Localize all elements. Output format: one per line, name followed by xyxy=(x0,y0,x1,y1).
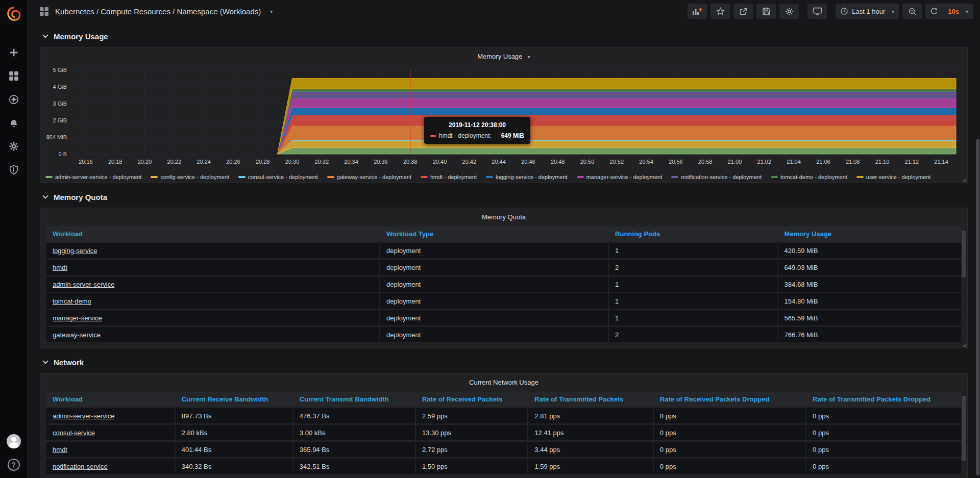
value-cell: 3.44 pps xyxy=(528,442,654,457)
tooltip-value: 649 MiB xyxy=(501,132,524,139)
value-cell: 476.37 Bs xyxy=(293,408,416,423)
network-table: WorkloadCurrent Receive BandwidthCurrent… xyxy=(46,392,961,474)
settings-gear-button[interactable] xyxy=(779,4,799,19)
legend-item[interactable]: gateway-service - deployment xyxy=(327,174,411,180)
column-header[interactable]: Workload xyxy=(46,392,176,407)
legend-series-dash xyxy=(238,176,246,178)
svg-text:20:56: 20:56 xyxy=(669,159,683,165)
legend-series-dash xyxy=(151,176,158,178)
workload-link[interactable]: tomcat-demo xyxy=(53,297,91,305)
sidebar-menu xyxy=(5,46,23,176)
legend-item[interactable]: tomcat-demo - deployment xyxy=(771,174,847,180)
legend-series-label: logging-service - deployment xyxy=(496,174,568,180)
table-scrollbar[interactable] xyxy=(962,396,966,461)
explore-compass-icon[interactable] xyxy=(5,93,23,106)
configuration-gear-icon[interactable] xyxy=(5,140,23,153)
column-header[interactable]: Current Transmit Bandwidth xyxy=(293,392,416,407)
title-caret-icon[interactable]: ▾ xyxy=(270,9,273,14)
section-row-network[interactable]: Network xyxy=(43,356,968,369)
column-header[interactable]: Running Pods xyxy=(609,227,778,241)
section-label: Memory Usage xyxy=(54,32,108,41)
svg-text:20:16: 20:16 xyxy=(79,159,93,165)
column-header[interactable]: Rate of Transmitted Packets Dropped xyxy=(806,392,961,407)
value-cell: 154.80 MiB xyxy=(778,293,961,309)
favorite-star-button[interactable] xyxy=(710,4,730,19)
tooltip-series-label: hmdt - deployment: xyxy=(439,132,492,139)
workload-link[interactable]: manager-service xyxy=(53,314,102,322)
value-cell: deployment xyxy=(380,260,609,275)
page-scrollbar[interactable] xyxy=(976,139,979,475)
time-range-label: Last 1 hour xyxy=(852,8,885,15)
table-row: consul-service2.80 kBs3.00 kBs13.30 pps1… xyxy=(46,425,961,440)
value-cell: 401.44 Bs xyxy=(176,442,293,457)
memory-usage-chart[interactable]: 0 B954 MiB2 GiB3 GiB4 GiB5 GiB20:1620:18… xyxy=(40,47,967,184)
section-row-memory-usage[interactable]: Memory Usage xyxy=(43,30,968,43)
workload-link[interactable]: admin-server-service xyxy=(53,412,114,420)
legend-item[interactable]: config-service - deployment xyxy=(151,174,229,180)
legend-series-dash xyxy=(421,176,428,178)
navbar: Kubernetes / Compute Resources / Namespa… xyxy=(27,0,980,22)
cycle-view-mode-button[interactable] xyxy=(807,4,827,19)
legend-series-dash xyxy=(486,176,493,178)
chevron-down-icon xyxy=(42,358,48,364)
column-header[interactable]: Workload Type xyxy=(380,227,609,241)
workload-link[interactable]: logging-service xyxy=(53,247,97,255)
legend-item[interactable]: logging-service - deployment xyxy=(486,174,568,180)
server-admin-shield-icon[interactable] xyxy=(5,164,23,176)
workload-link[interactable]: hmdt xyxy=(53,264,67,271)
workload-link[interactable]: notification-service xyxy=(53,463,108,470)
section-row-memory-quota[interactable]: Memory Quota xyxy=(43,190,968,204)
panel-title-memory-usage[interactable]: Memory Usage ▾ xyxy=(40,52,967,61)
svg-text:21:00: 21:00 xyxy=(728,159,742,165)
value-cell: 1 xyxy=(609,293,778,309)
value-cell: 0 pps xyxy=(806,459,961,474)
dashboard-title[interactable]: Kubernetes / Compute Resources / Namespa… xyxy=(55,7,261,16)
column-header[interactable]: Memory Usage xyxy=(778,227,961,241)
table-row: notification-service340.32 Bs342.51 Bs1.… xyxy=(46,459,961,474)
workload-link[interactable]: admin-server-service xyxy=(53,281,114,288)
svg-text:20:40: 20:40 xyxy=(433,159,447,165)
share-button[interactable] xyxy=(733,4,753,19)
svg-text:4 GiB: 4 GiB xyxy=(53,84,67,90)
workload-link[interactable]: hmdt xyxy=(53,446,67,454)
panel-resize-handle[interactable] xyxy=(962,178,966,182)
workload-link[interactable]: gateway-service xyxy=(53,331,101,339)
zoom-out-button[interactable] xyxy=(902,4,922,19)
time-range-picker[interactable]: Last 1 hour ▾ xyxy=(836,4,899,19)
value-cell: 2 xyxy=(609,327,778,342)
svg-text:20:22: 20:22 xyxy=(167,159,182,165)
dashboards-icon[interactable] xyxy=(5,70,23,82)
help-icon[interactable]: ? xyxy=(8,459,20,471)
value-cell: 384.68 MiB xyxy=(778,276,961,292)
column-header[interactable]: Rate of Received Packets Dropped xyxy=(654,392,806,407)
legend-item[interactable]: manager-service - deployment xyxy=(577,174,663,180)
column-header[interactable]: Rate of Received Packets xyxy=(416,392,528,407)
save-button[interactable] xyxy=(756,4,776,19)
legend-item[interactable]: user-service - deployment xyxy=(856,174,931,180)
legend-item[interactable]: consul-service - deployment xyxy=(238,174,318,180)
legend-item[interactable]: notification-service - deployment xyxy=(671,174,762,180)
alerting-bell-icon[interactable] xyxy=(5,117,23,129)
legend-series-dash xyxy=(856,176,864,178)
column-header[interactable]: Workload xyxy=(46,227,380,241)
legend-item[interactable]: admin-server-service - deployment xyxy=(45,174,141,180)
add-panel-button[interactable] xyxy=(688,4,707,19)
grafana-logo-icon[interactable] xyxy=(0,0,27,27)
value-cell: 0 pps xyxy=(806,425,961,440)
value-cell: 0 pps xyxy=(654,442,806,457)
panel-title-memory-quota[interactable]: Memory Quota xyxy=(40,212,967,221)
panel-resize-handle[interactable] xyxy=(962,343,966,347)
refresh-button-group[interactable]: 10s ▾ xyxy=(925,4,973,19)
create-plus-icon[interactable] xyxy=(5,46,23,59)
table-scrollbar[interactable] xyxy=(962,231,966,278)
column-header[interactable]: Current Receive Bandwidth xyxy=(176,392,293,407)
workload-link[interactable]: consul-service xyxy=(53,429,95,437)
user-avatar[interactable] xyxy=(7,434,21,448)
legend-item[interactable]: hmdt - deployment xyxy=(421,174,477,180)
panel-title-network-usage[interactable]: Current Network Usage xyxy=(40,378,967,387)
value-cell: 766.76 MiB xyxy=(778,327,961,342)
legend-series-label: notification-service - deployment xyxy=(681,174,762,180)
value-cell: 2 xyxy=(609,260,778,275)
column-header[interactable]: Rate of Transmitted Packets xyxy=(528,392,654,407)
svg-text:21:08: 21:08 xyxy=(846,159,860,165)
